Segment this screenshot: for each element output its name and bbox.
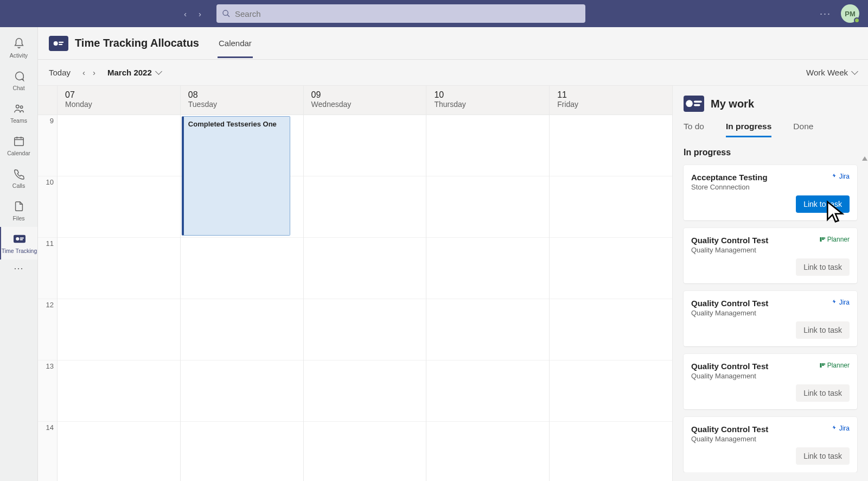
time-label: 13 [38,360,57,422]
calendar-event[interactable]: Completed Testseries One [182,116,290,236]
rail-activity[interactable]: Activity [0,31,37,64]
day-column[interactable]: 10Thursday [426,86,550,481]
tab-calendar[interactable]: Calendar [218,29,253,58]
my-work-icon [684,96,704,112]
tab-todo[interactable]: To do [684,122,704,137]
svg-rect-8 [14,235,25,243]
svg-rect-17 [694,104,700,106]
app-icon [49,36,68,51]
avatar[interactable]: PM [841,4,859,23]
rail-chat[interactable]: Chat [0,64,37,97]
time-label: 11 [38,238,57,299]
rail-calls[interactable]: Calls [0,162,37,194]
scroll-up-icon [862,156,867,161]
scrollbar[interactable] [861,156,868,481]
task-subtitle: Quality Management [691,246,768,254]
month-label: March 2022 [107,68,152,77]
planner-badge: Planner [819,236,850,243]
back-button[interactable]: ‹ [180,7,191,21]
next-week-button[interactable]: › [91,67,98,78]
rail-label: Activity [10,52,28,59]
chevron-down-icon [155,68,161,77]
day-column[interactable]: 07Monday [58,86,181,481]
svg-point-3 [20,106,22,108]
rail-label: Calendar [7,150,30,156]
timetracking-icon [13,232,26,245]
task-card[interactable]: Quality Control TestQuality ManagementPl… [684,228,857,283]
today-button[interactable]: Today [49,68,71,77]
svg-rect-16 [694,101,702,103]
search-input[interactable] [235,9,580,18]
titlebar-more-button[interactable]: ··· [820,8,831,20]
section-title: In progress [684,148,857,157]
link-to-task-button[interactable]: Link to task [796,321,850,339]
tab-done[interactable]: Done [793,122,813,137]
task-subtitle: Store Connnection [691,183,768,191]
task-title: Quality Control Test [691,299,768,308]
task-card[interactable]: Quality Control TestQuality ManagementJi… [684,291,857,346]
svg-point-12 [54,41,58,46]
chat-icon [12,69,25,83]
task-card[interactable]: Quality Control TestQuality ManagementJi… [684,417,857,472]
calendar-grid[interactable]: 91011121314 07Monday08TuesdayCompleted T… [38,86,673,481]
task-card[interactable]: Acceptance TestingStore ConnnectionJiraL… [684,165,857,220]
svg-rect-19 [822,237,824,240]
search-icon [222,9,231,18]
time-label: 14 [38,422,57,481]
rail-teams[interactable]: Teams [0,97,37,129]
day-header: 10Thursday [426,86,549,115]
day-column[interactable]: 11Friday [550,86,672,481]
link-to-task-button[interactable]: Link to task [796,447,850,465]
svg-point-2 [16,105,19,109]
planner-badge: Planner [819,362,850,369]
global-search[interactable] [216,4,585,23]
svg-rect-11 [20,239,23,240]
time-gutter: 91011121314 [38,86,58,481]
calendar-icon [12,135,25,148]
app-rail: Activity Chat Teams Calendar Calls Files… [0,27,38,481]
view-label: Work Week [806,68,848,77]
svg-rect-22 [822,363,824,366]
tab-in-progress[interactable]: In progress [726,122,771,137]
day-header: 07Monday [58,86,180,115]
task-card[interactable]: Quality Control TestQuality ManagementPl… [684,354,857,409]
rail-more-button[interactable]: ··· [14,263,23,274]
day-header: 09Wednesday [304,86,426,115]
day-column[interactable]: 08TuesdayCompleted Testseries One [181,86,304,481]
panel-title: My work [711,98,754,110]
presence-indicator [854,17,860,23]
prev-week-button[interactable]: ‹ [80,67,87,78]
chevron-down-icon [851,68,857,77]
time-label: 10 [38,176,57,238]
svg-point-0 [223,10,228,15]
svg-rect-23 [824,363,825,365]
jira-badge: Jira [831,299,850,306]
svg-rect-13 [59,41,63,42]
time-label: 9 [38,115,57,176]
svg-point-9 [16,237,19,240]
view-selector[interactable]: Work Week [806,68,857,77]
forward-button[interactable]: › [194,7,206,21]
day-header: 11Friday [550,86,672,115]
app-header: Time Tracking Allocatus Calendar [38,27,868,60]
rail-label: Calls [12,182,25,189]
rail-label: Files [12,215,24,221]
svg-line-1 [227,15,229,17]
link-to-task-button[interactable]: Link to task [796,384,850,402]
jira-badge: Jira [831,425,850,432]
rail-time-tracking[interactable]: Time Tracking [0,227,37,260]
link-to-task-button[interactable]: Link to task [796,195,850,213]
file-icon [12,200,25,213]
day-column[interactable]: 09Wednesday [304,86,427,481]
day-header: 08Tuesday [181,86,303,115]
month-picker[interactable]: March 2022 [107,68,161,77]
rail-files[interactable]: Files [0,194,37,227]
title-bar: ‹ › ··· PM [0,0,868,27]
rail-label: Chat [12,85,24,91]
task-title: Quality Control Test [691,236,768,245]
svg-rect-14 [59,43,62,45]
link-to-task-button[interactable]: Link to task [796,258,850,276]
rail-calendar[interactable]: Calendar [0,129,37,162]
teams-icon [12,102,25,115]
avatar-initials: PM [845,10,856,18]
